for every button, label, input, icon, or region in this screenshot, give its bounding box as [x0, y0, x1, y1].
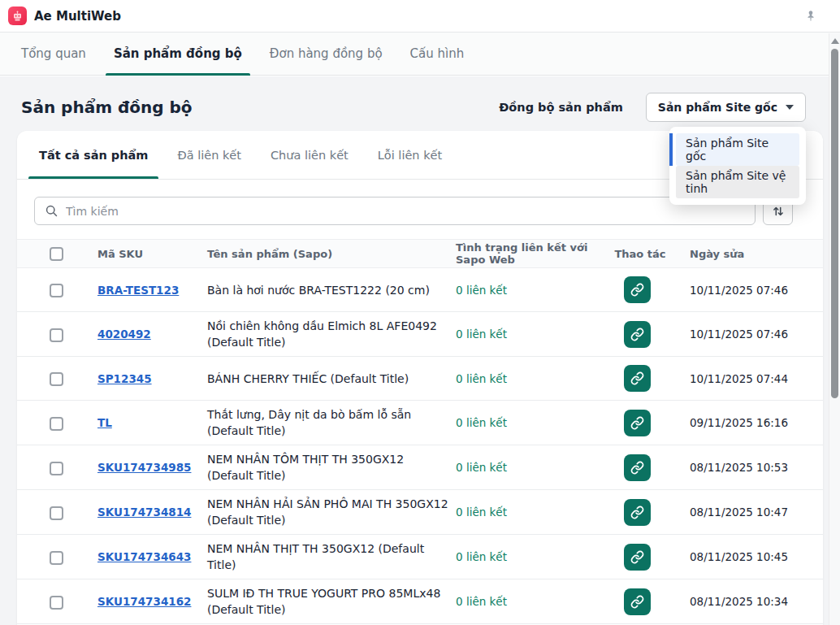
link-status: 0 liên kết [456, 357, 604, 401]
product-name: SULM IĐ TH TRUE YOGURT PRO 85MLx48 (Defa… [207, 579, 456, 624]
scrollbar-thumb[interactable] [831, 49, 838, 398]
table-row: SKU174734985 NEM NHÂN TÔM THỊT TH 350GX1… [17, 445, 823, 490]
page-head: Sản phẩm đồng bộ Đồng bộ sản phẩm Sản ph… [0, 76, 840, 122]
table-row: SKU174734814 NEM NHÂN HẢI SẢN PHÔ MAI TH… [17, 490, 823, 535]
sku-link[interactable]: TL [97, 416, 112, 429]
sku-link[interactable]: 4020492 [97, 328, 151, 341]
table-row: SKU174734162 SULM IĐ TH TRUE YOGURT PRO … [17, 579, 823, 624]
link-action-button[interactable] [624, 544, 651, 571]
link-status: 0 liên kết [456, 268, 604, 312]
select-all-checkbox[interactable] [50, 247, 63, 261]
link-action-button[interactable] [624, 454, 651, 481]
column-header-date: Ngày sửa [677, 240, 823, 268]
magnifier-icon [45, 204, 58, 218]
modified-date: 08/11/2025 10:53 [677, 445, 823, 490]
modified-date: 08/11/2025 10:34 [677, 579, 823, 624]
row-checkbox[interactable] [50, 372, 63, 386]
link-status: 0 liên kết [456, 490, 604, 535]
sku-link[interactable]: SKU174734985 [97, 461, 191, 474]
arrows-up-down-icon [771, 204, 786, 219]
column-header-name: Tên sản phẩm (Sapo) [207, 240, 456, 268]
modified-date: 08/11/2025 10:47 [677, 490, 823, 535]
nav-tab-cau-hinh[interactable]: Cấu hình [402, 33, 473, 75]
link-chain-icon [630, 328, 644, 341]
modified-date: 08/11/2025 10:45 [677, 535, 823, 579]
app-logo [8, 7, 27, 25]
row-checkbox[interactable] [50, 506, 63, 520]
primary-nav: Tổng quan Sản phẩm đồng bộ Đơn hàng đồng… [0, 33, 840, 76]
link-action-button[interactable] [624, 499, 651, 526]
caret-down-icon [786, 105, 794, 110]
filter-tab-error[interactable]: Lỗi liên kết [367, 131, 452, 179]
site-dropdown: Sản phẩm Site gốc Sản phẩm Site gốc Sản … [646, 93, 806, 122]
row-checkbox[interactable] [50, 328, 63, 342]
link-status: 0 liên kết [456, 445, 604, 490]
link-status: 0 liên kết [456, 535, 604, 579]
row-checkbox[interactable] [50, 596, 63, 610]
link-chain-icon [630, 595, 644, 609]
link-status: 0 liên kết [456, 312, 604, 357]
products-card: Tất cả sản phẩm Đã liên kết Chưa liên kế… [17, 131, 823, 625]
site-dropdown-value: Sản phẩm Site gốc [658, 101, 777, 114]
modified-date: 10/11/2025 07:44 [677, 357, 823, 401]
modified-date: 09/11/2025 16:16 [677, 401, 823, 445]
dropdown-option-site-ve-tinh[interactable]: Sản phẩm Site vệ tinh [676, 166, 799, 198]
row-checkbox[interactable] [50, 284, 63, 297]
column-header-status: Tình trạng liên kết với Sapo Web [456, 240, 604, 268]
link-action-button[interactable] [624, 276, 651, 303]
table-row: SP12345 BÁNH CHERRY THIẾC (Default Title… [17, 357, 823, 401]
link-action-button[interactable] [624, 410, 651, 436]
product-name: NEM NHÂN HẢI SẢN PHÔ MAI TH 350GX12 (Def… [207, 490, 456, 535]
table-row: TL Thắt lưng, Dây nịt da bò bấm lỗ sẵn (… [17, 401, 823, 445]
page-content: Sản phẩm đồng bộ Đồng bộ sản phẩm Sản ph… [0, 76, 840, 625]
sku-link[interactable]: SKU174734162 [97, 595, 191, 608]
link-action-button[interactable] [624, 365, 651, 392]
sku-link[interactable]: SKU174734814 [97, 506, 191, 519]
link-chain-icon [630, 371, 644, 385]
link-status: 0 liên kết [456, 401, 604, 445]
table-header-row: Mã SKU Tên sản phẩm (Sapo) Tình trạng li… [17, 240, 823, 268]
nav-tab-don-hang-dong-bo[interactable]: Đơn hàng đồng bộ [262, 33, 391, 75]
products-table: Mã SKU Tên sản phẩm (Sapo) Tình trạng li… [17, 239, 823, 624]
app-header: Ae MultiWeb [0, 0, 840, 33]
sync-products-label: Đồng bộ sản phẩm [499, 101, 623, 114]
filter-tab-linked[interactable]: Đã liên kết [167, 131, 252, 179]
modified-date: 10/11/2025 07:46 [677, 312, 823, 357]
link-action-button[interactable] [624, 321, 651, 348]
site-dropdown-button[interactable]: Sản phẩm Site gốc [646, 93, 806, 122]
sku-link[interactable]: SKU174734643 [97, 550, 191, 563]
filter-tab-all[interactable]: Tất cả sản phẩm [28, 131, 158, 179]
nav-tab-san-pham-dong-bo[interactable]: Sản phẩm đồng bộ [106, 33, 250, 75]
product-name: Nồi chiên không dầu Elmich 8L AFE0492 (D… [207, 312, 456, 357]
link-chain-icon [630, 416, 644, 430]
link-chain-icon [630, 550, 644, 564]
filter-tab-unlinked[interactable]: Chưa liên kết [260, 131, 359, 179]
pushpin-icon [804, 10, 817, 23]
search-input[interactable] [66, 205, 745, 218]
site-dropdown-menu: Sản phẩm Site gốc Sản phẩm Site vệ tinh [669, 127, 806, 205]
link-chain-icon [630, 506, 644, 519]
row-checkbox[interactable] [50, 551, 63, 565]
row-checkbox[interactable] [50, 417, 63, 431]
sku-link[interactable]: BRA-TEST123 [97, 284, 179, 297]
modified-date: 10/11/2025 07:46 [677, 268, 823, 312]
link-chain-icon [630, 461, 644, 475]
dropdown-option-site-goc[interactable]: Sản phẩm Site gốc [676, 133, 799, 166]
product-name: NEM NHÂN THỊT TH 350GX12 (Default Title) [207, 535, 456, 579]
search-box [34, 197, 756, 225]
robot-icon [11, 10, 24, 22]
link-action-button[interactable] [624, 588, 651, 615]
product-name: Bàn là hơi nước BRA-TEST1222 (20 cm) [207, 268, 456, 312]
page-title: Sản phẩm đồng bộ [21, 98, 193, 117]
table-row: SKU174734643 NEM NHÂN THỊT TH 350GX12 (D… [17, 535, 823, 579]
vertical-scrollbar [829, 33, 840, 625]
table-row: BRA-TEST123 Bàn là hơi nước BRA-TEST1222… [17, 268, 823, 312]
column-header-action: Thao tác [604, 240, 677, 268]
sku-link[interactable]: SP12345 [97, 372, 152, 385]
row-checkbox[interactable] [50, 462, 63, 475]
scrollbar-up-arrow-icon[interactable] [831, 38, 839, 44]
column-header-sku: Mã SKU [80, 240, 207, 268]
pin-button[interactable] [804, 10, 817, 23]
table-body: BRA-TEST123 Bàn là hơi nước BRA-TEST1222… [17, 268, 823, 624]
nav-tab-tong-quan[interactable]: Tổng quan [13, 33, 94, 75]
